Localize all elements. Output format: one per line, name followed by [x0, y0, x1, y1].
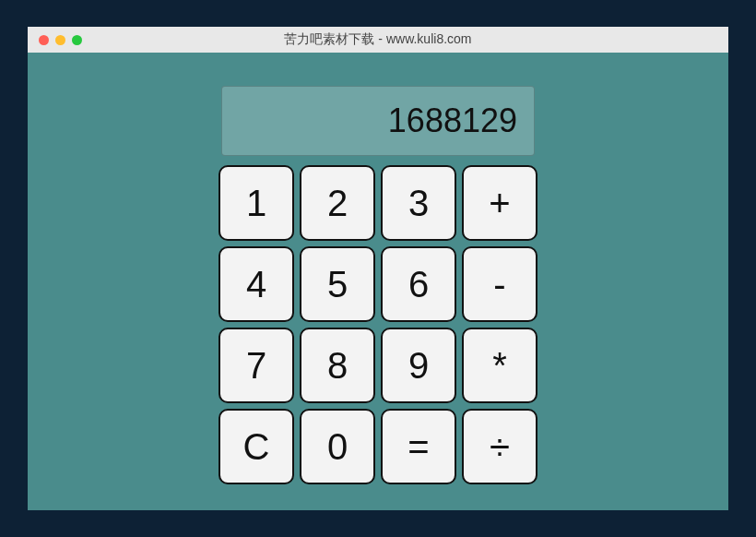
- titlebar: 苦力吧素材下载 - www.kuli8.com: [28, 27, 728, 53]
- key-7[interactable]: 7: [219, 328, 294, 403]
- key-minus[interactable]: -: [462, 246, 537, 322]
- keypad: 1 2 3 + 4 5 6 - 7 8 9 * C 0 = ÷: [219, 165, 537, 484]
- key-4[interactable]: 4: [219, 246, 294, 322]
- key-divide[interactable]: ÷: [462, 409, 537, 484]
- maximize-icon[interactable]: [72, 35, 82, 45]
- key-equals[interactable]: =: [381, 409, 456, 484]
- key-clear[interactable]: C: [219, 409, 294, 484]
- key-multiply[interactable]: *: [462, 328, 537, 403]
- app-window: 苦力吧素材下载 - www.kuli8.com 1688129 1 2 3 + …: [28, 27, 728, 510]
- key-3[interactable]: 3: [381, 165, 456, 241]
- key-2[interactable]: 2: [300, 165, 375, 241]
- key-1[interactable]: 1: [219, 165, 294, 241]
- calculator: 1688129 1 2 3 + 4 5 6 - 7 8 9 * C 0 = ÷: [28, 53, 728, 484]
- key-5[interactable]: 5: [300, 246, 375, 322]
- key-6[interactable]: 6: [381, 246, 456, 322]
- minimize-icon[interactable]: [55, 35, 65, 45]
- key-0[interactable]: 0: [300, 409, 375, 484]
- close-icon[interactable]: [39, 35, 49, 45]
- key-9[interactable]: 9: [381, 328, 456, 403]
- key-8[interactable]: 8: [300, 328, 375, 403]
- traffic-lights: [28, 35, 82, 45]
- calculator-display: 1688129: [221, 86, 535, 156]
- window-title: 苦力吧素材下载 - www.kuli8.com: [28, 31, 728, 48]
- key-plus[interactable]: +: [462, 165, 537, 241]
